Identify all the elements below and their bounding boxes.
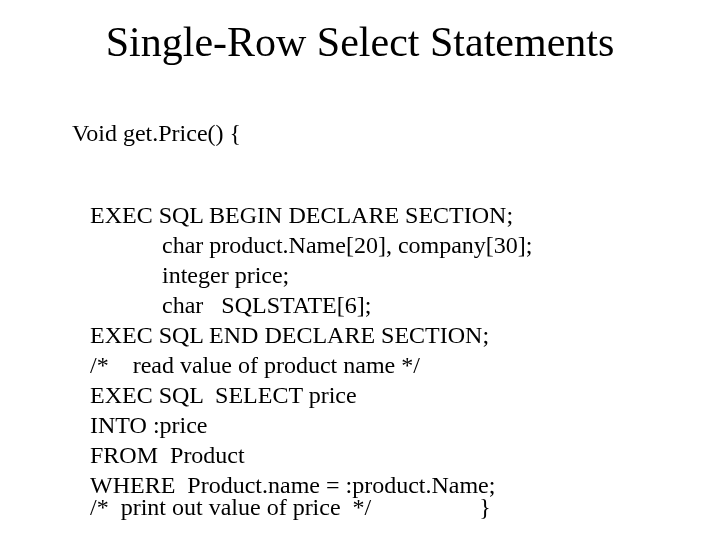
code-line: /* read value of product name */ [90,352,420,378]
code-line: INTO :price [90,412,208,438]
code-line: char product.Name[20], company[30]; [90,232,533,258]
code-block: EXEC SQL BEGIN DECLARE SECTION; char pro… [90,170,533,500]
code-line: EXEC SQL SELECT price [90,382,357,408]
code-line: EXEC SQL BEGIN DECLARE SECTION; [90,202,513,228]
code-line: FROM Product [90,442,245,468]
code-footer: /* print out value of price */ } [90,494,491,521]
slide-title: Single-Row Select Statements [0,18,720,66]
code-line: char SQLSTATE[6]; [90,292,371,318]
code-line: integer price; [90,262,289,288]
function-signature: Void get.Price() { [72,120,241,147]
code-line: EXEC SQL END DECLARE SECTION; [90,322,489,348]
slide: Single-Row Select Statements Void get.Pr… [0,0,720,540]
